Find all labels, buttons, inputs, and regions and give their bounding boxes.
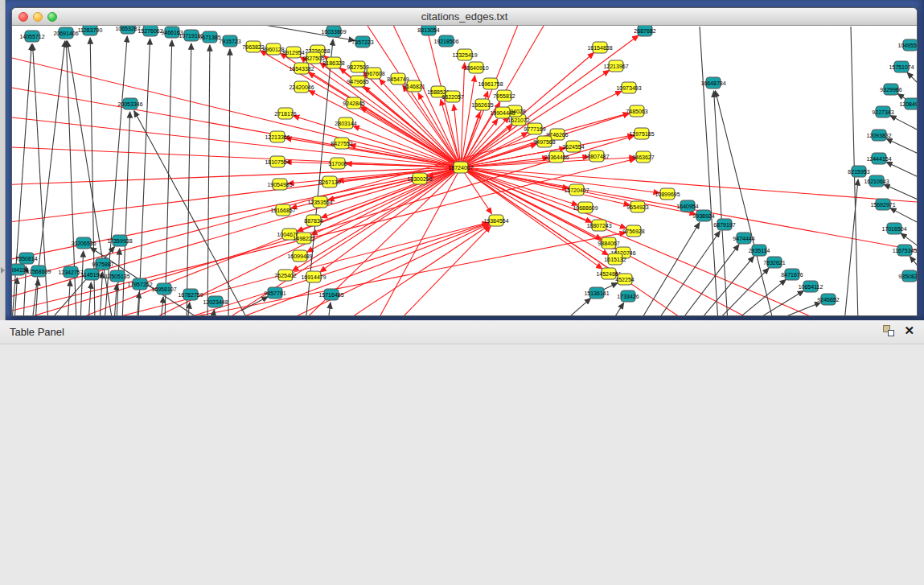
graph-node[interactable]: 7915723 xyxy=(219,35,240,47)
graph-edge[interactable] xyxy=(309,91,461,167)
graph-node[interactable]: 10653287 xyxy=(115,26,140,34)
graph-node[interactable]: 15276062 xyxy=(138,26,162,36)
graph-node[interactable]: 9245652 xyxy=(817,294,839,305)
graph-node[interactable]: 12325419 xyxy=(452,49,477,60)
graph-node[interactable]: 20691406 xyxy=(53,27,78,39)
graph-edge[interactable] xyxy=(907,72,917,87)
graph-node[interactable]: 2803144 xyxy=(335,117,356,129)
graph-edge[interactable] xyxy=(563,299,590,316)
graph-edge[interactable] xyxy=(207,45,210,316)
graph-node[interactable]: 8813054 xyxy=(417,26,439,35)
graph-edge[interactable] xyxy=(290,167,461,316)
graph-node[interactable]: 9654923 xyxy=(626,201,648,212)
graph-edge[interactable] xyxy=(910,257,917,270)
graph-node[interactable]: 887834 xyxy=(304,215,322,226)
graph-node[interactable]: 16961758 xyxy=(478,78,503,89)
graph-node[interactable]: 9463627 xyxy=(632,151,654,163)
graph-edge[interactable] xyxy=(328,303,331,316)
graph-node[interactable]: 8912954 xyxy=(282,47,304,58)
graph-node[interactable]: 10899695 xyxy=(655,188,680,200)
panel-collapse-arrow-icon[interactable] xyxy=(1,267,5,274)
graph-node[interactable]: 7357223 xyxy=(351,36,373,47)
graph-node[interactable]: 20206536 xyxy=(71,237,96,249)
graph-node[interactable]: 15751074 xyxy=(889,61,914,72)
graph-edge[interactable] xyxy=(187,303,190,316)
graph-node[interactable]: 2718176 xyxy=(274,108,296,119)
graph-edge[interactable] xyxy=(228,49,230,316)
graph-node[interactable]: 10688609 xyxy=(573,202,598,213)
graph-node[interactable]: 18640910 xyxy=(463,62,488,73)
graph-node[interactable]: 14055712 xyxy=(19,31,44,42)
graph-node[interactable]: 8215953 xyxy=(848,166,869,177)
graph-edge[interactable] xyxy=(890,208,917,225)
graph-edge[interactable] xyxy=(461,167,577,205)
graph-node[interactable]: 15716485 xyxy=(318,289,343,300)
graph-node[interactable]: 1145194 xyxy=(81,269,103,280)
close-panel-icon[interactable]: ✕ xyxy=(904,325,914,336)
network-window-titlebar[interactable]: citations_edges.txt xyxy=(12,8,917,26)
graph-edge[interactable] xyxy=(733,279,786,316)
graph-node[interactable]: 452254 xyxy=(615,274,634,285)
graph-node[interactable]: 12975185 xyxy=(629,128,654,139)
graph-node[interactable]: 15720407 xyxy=(564,184,589,196)
graph-node[interactable]: 20364486 xyxy=(544,151,569,163)
graph-edge[interactable] xyxy=(890,116,917,132)
graph-node[interactable]: 317006 xyxy=(328,158,347,169)
graph-node[interactable]: 22420046 xyxy=(289,81,314,93)
graph-node[interactable]: 16958107 xyxy=(151,283,176,295)
float-panel-icon[interactable] xyxy=(883,325,894,336)
graph-node[interactable]: 16648784 xyxy=(700,77,725,89)
graph-node[interactable]: 8471676 xyxy=(781,269,803,280)
graph-node[interactable]: 11568609 xyxy=(27,266,51,277)
graph-edge[interactable] xyxy=(886,162,917,179)
graph-node[interactable]: 7485063 xyxy=(626,105,647,117)
graph-node[interactable]: 1362615 xyxy=(471,99,493,110)
graph-node[interactable]: 9756928 xyxy=(622,225,644,237)
graph-node[interactable]: 11283790 xyxy=(78,26,103,35)
graph-node[interactable]: 12342757 xyxy=(58,266,83,278)
graph-edge[interactable] xyxy=(314,225,490,316)
graph-node[interactable]: 17957252 xyxy=(127,278,152,290)
graph-node[interactable]: 8267130 xyxy=(318,176,340,187)
graph-node[interactable]: 2687682 xyxy=(634,26,655,36)
graph-node[interactable]: 10495563 xyxy=(897,39,917,51)
graph-edge[interactable] xyxy=(138,39,150,316)
graph-edge[interactable] xyxy=(320,167,461,272)
graph-node[interactable]: 19218506 xyxy=(433,35,458,47)
network-canvas[interactable]: 1872400719384554183002951405571220691406… xyxy=(12,26,917,316)
graph-node[interactable]: 17016504 xyxy=(881,223,906,234)
graph-node[interactable]: 19166857 xyxy=(270,204,295,216)
graph-edge[interactable] xyxy=(680,245,739,316)
graph-node[interactable]: 3624554 xyxy=(562,141,584,152)
graph-node[interactable]: 7955812 xyxy=(493,90,515,101)
graph-edge[interactable] xyxy=(639,223,700,316)
graph-edge[interactable] xyxy=(461,76,474,167)
graph-node[interactable]: 7832621 xyxy=(763,257,785,268)
graph-node[interactable]: 16782759 xyxy=(178,289,203,300)
graph-node[interactable]: 10654112 xyxy=(799,281,823,292)
graph-node[interactable]: 1733426 xyxy=(617,290,639,302)
graph-edge[interactable] xyxy=(114,284,117,316)
graph-edge[interactable] xyxy=(886,138,917,155)
graph-node[interactable]: 18107554 xyxy=(265,156,290,167)
graph-node[interactable]: 16154838 xyxy=(587,42,612,53)
graph-edge[interactable] xyxy=(611,303,624,316)
graph-node[interactable]: 2935114 xyxy=(749,245,770,256)
graph-node[interactable]: 9329966 xyxy=(880,84,901,95)
graph-edge[interactable] xyxy=(12,49,461,167)
graph-node[interactable]: 16099489 xyxy=(287,250,312,262)
graph-node[interactable]: 7963822 xyxy=(242,41,264,52)
citation-graph[interactable]: 1872400719384554183002951405571220691406… xyxy=(12,26,917,316)
graph-edge[interactable] xyxy=(461,167,844,316)
graph-node[interactable]: 9350821 xyxy=(898,270,917,282)
graph-edge[interactable] xyxy=(884,184,917,201)
graph-edge[interactable] xyxy=(715,91,774,316)
graph-node[interactable]: 7625402 xyxy=(274,270,296,281)
graph-edge[interactable] xyxy=(161,297,163,316)
graph-node[interactable]: 12084941 xyxy=(899,98,917,109)
graph-edge[interactable] xyxy=(461,119,498,167)
graph-node[interactable]: 12213967 xyxy=(603,60,628,72)
graph-edge[interactable] xyxy=(461,63,465,167)
graph-edge[interactable] xyxy=(117,249,120,316)
graph-node[interactable]: 6879197 xyxy=(713,219,735,230)
